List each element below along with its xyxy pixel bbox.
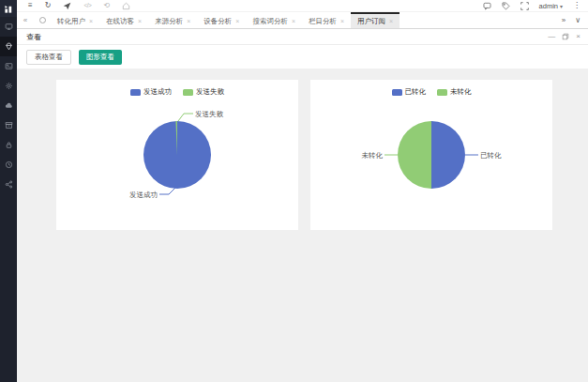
tab-close-icon[interactable]: × [235, 18, 239, 24]
tab-label: 来源分析 [155, 17, 183, 26]
tab-conversion-users[interactable]: 转化用户 × [51, 12, 99, 28]
tab-label: 转化用户 [57, 17, 85, 26]
tab-column-analysis[interactable]: 栏目分析 × [302, 12, 351, 28]
legend-label: 发送失败 [196, 87, 224, 97]
pie-slice-not-converted[interactable] [398, 121, 431, 189]
sidebar-item-settings[interactable] [0, 76, 17, 96]
archive-icon [5, 121, 13, 130]
clock-icon [5, 160, 13, 169]
legend: 发送成功 发送失败 [56, 87, 298, 97]
tab-close-icon[interactable]: × [187, 18, 190, 24]
scroll-tabs-right-icon[interactable]: » [562, 16, 565, 24]
send-result-pie-chart[interactable]: 发送失败 发送成功 [56, 80, 298, 230]
legend-item-not-converted[interactable]: 未转化 [437, 87, 472, 97]
send-icon[interactable] [63, 2, 71, 10]
menu-icon[interactable]: ≡ [28, 2, 33, 9]
sidebar-item-dashboard[interactable] [0, 17, 17, 37]
pie-label-converted: 已转化 [480, 151, 502, 160]
minimize-icon[interactable]: — [548, 33, 555, 40]
bar-chart-logo-icon [4, 4, 14, 14]
tab-label: 在线访客 [106, 17, 134, 26]
sidebar-item-security[interactable] [0, 135, 17, 155]
label-line-send-success [159, 188, 175, 194]
monitor-icon [5, 23, 13, 31]
scroll-tabs-left-icon[interactable]: « [17, 12, 34, 28]
tab-search-term-analysis[interactable]: 搜索词分析 × [246, 12, 302, 28]
tab-device-analysis[interactable]: 设备分析 × [197, 12, 246, 28]
sidebar-item-archive[interactable] [0, 115, 17, 135]
view-toolbar: 表格查看 图形查看 [17, 45, 588, 69]
refresh-icon[interactable]: ↻ [45, 2, 52, 9]
tab-bar: « 转化用户 × 在线访客 × 来源分析 × 设备分析 × 搜索词分析 × 栏目… [17, 12, 588, 29]
tab-user-subscription[interactable]: 用户订阅 × [351, 12, 400, 28]
chat-bubble-icon [483, 2, 491, 10]
tab-label: 栏目分析 [309, 17, 337, 26]
tab-label: 设备分析 [204, 17, 232, 26]
legend-item-send-success[interactable]: 发送成功 [130, 87, 172, 97]
tab-source-analysis[interactable]: 来源分析 × [148, 12, 197, 28]
legend-item-converted[interactable]: 已转化 [392, 87, 427, 97]
legend-swatch-green [437, 89, 447, 96]
chart-view-button[interactable]: 图形查看 [79, 50, 122, 65]
home-icon[interactable] [122, 2, 130, 10]
tab-online-visitors[interactable]: 在线访客 × [99, 12, 148, 28]
tab-options-icon[interactable]: ∨ [575, 16, 580, 24]
caret-down-icon: ▾ [560, 3, 563, 9]
toolbar-right-group: admin ▾ ⋮ [483, 2, 580, 10]
restore-window-icon [562, 33, 569, 40]
open-tabs: 转化用户 × 在线访客 × 来源分析 × 设备分析 × 搜索词分析 × 栏目分析… [51, 12, 562, 28]
fullscreen-corners-icon [520, 2, 529, 10]
tab-bar-right-controls: » ∨ [562, 12, 588, 28]
legend-swatch-blue [130, 89, 141, 96]
more-vertical-icon[interactable]: ⋮ [573, 2, 580, 9]
conversion-pie-chart[interactable]: 未转化 已转化 [310, 80, 552, 230]
sidebar-item-analytics[interactable] [0, 37, 17, 56]
panel-window-controls: — × [548, 33, 580, 40]
message-icon[interactable] [483, 2, 491, 10]
top-toolbar: ≡ ↻ </> ⟲ [17, 0, 588, 12]
code-icon[interactable]: </> [83, 3, 91, 9]
legend-label: 已转化 [405, 87, 427, 97]
pie-label-send-failure: 发送失败 [195, 110, 224, 118]
app-logo[interactable] [0, 0, 17, 17]
table-view-button[interactable]: 表格查看 [26, 50, 71, 65]
legend: 已转化 未转化 [310, 87, 552, 97]
legend-label: 发送成功 [143, 87, 172, 97]
legend-item-send-failure[interactable]: 发送失败 [183, 87, 224, 97]
sync-icon[interactable]: ⟲ [103, 2, 110, 9]
legend-swatch-blue [392, 89, 402, 96]
panel-title: 查看 [26, 32, 41, 42]
share-icon [5, 180, 13, 189]
toolbar-left-group: ≡ ↻ </> ⟲ [28, 2, 130, 10]
pie-label-send-success: 发送成功 [129, 191, 158, 199]
home-outline-icon [122, 2, 130, 10]
sidebar-item-share[interactable] [0, 175, 17, 194]
close-icon[interactable]: × [576, 33, 580, 40]
user-menu[interactable]: admin ▾ [539, 2, 563, 10]
gem-icon [5, 42, 13, 51]
tag-outline-icon [502, 2, 510, 10]
tag-icon[interactable] [502, 2, 510, 10]
sidebar-item-cloud[interactable] [0, 96, 17, 115]
lock-icon [5, 141, 13, 149]
sidebar-item-history[interactable] [0, 155, 17, 175]
cloud-icon [5, 101, 13, 110]
tab-close-icon[interactable]: × [389, 18, 393, 24]
home-tab-icon[interactable] [34, 12, 51, 28]
tab-close-icon[interactable]: × [138, 18, 142, 24]
pie-slice-converted[interactable] [431, 121, 465, 189]
tab-close-icon[interactable]: × [292, 18, 295, 24]
panel-header: 查看 — × [17, 29, 588, 45]
legend-label: 未转化 [450, 87, 472, 97]
sidebar [0, 0, 17, 382]
tab-close-icon[interactable]: × [89, 18, 93, 24]
tab-close-icon[interactable]: × [340, 18, 344, 24]
username-label: admin [539, 2, 558, 10]
pie-label-not-converted: 未转化 [362, 151, 384, 160]
fullscreen-icon[interactable] [520, 2, 529, 10]
tab-label: 搜索词分析 [252, 17, 288, 26]
legend-swatch-green [183, 89, 193, 96]
image-icon [5, 62, 13, 70]
sidebar-item-media[interactable] [0, 56, 17, 76]
maximize-icon[interactable] [562, 33, 569, 40]
